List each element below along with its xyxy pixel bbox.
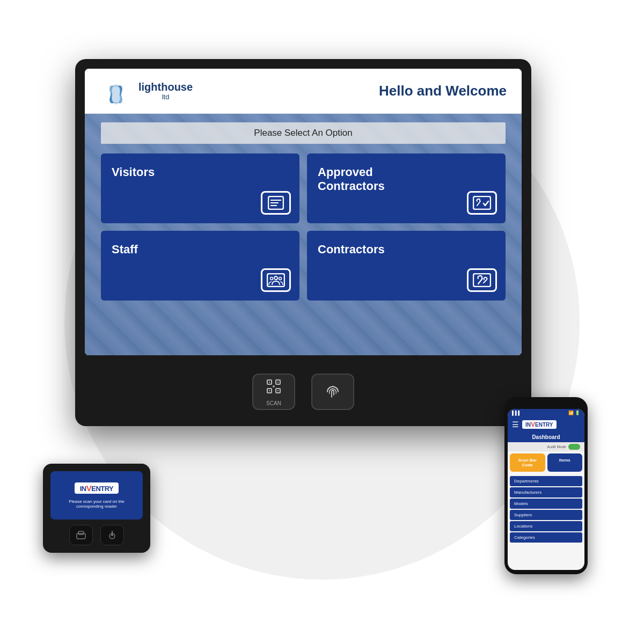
svg-rect-33 (277, 390, 279, 391)
monitor-screen: lighthouse ltd Hello and Welcome Please … (85, 69, 522, 355)
svg-rect-31 (277, 382, 279, 383)
logo-icon (100, 76, 132, 106)
card-reader-body: INVENTRY Please scan your card on the co… (43, 464, 150, 553)
card-reader-btn-2[interactable] (100, 525, 124, 545)
svg-point-11 (274, 276, 277, 280)
visitors-icon (261, 191, 291, 215)
phone-action-grid: Scan BarCode Items (508, 451, 584, 474)
phone-right-icons: 📶 🔋 (568, 411, 580, 415)
welcome-text: Hello and Welcome (379, 83, 507, 99)
screen-header: lighthouse ltd Hello and Welcome (85, 69, 522, 114)
phone-notch (533, 401, 560, 407)
menu-item-departments[interactable]: Departments (510, 476, 582, 486)
monitor-stand: SCAN (85, 355, 522, 420)
staff-icon (261, 268, 291, 292)
items-button[interactable]: Items (547, 453, 583, 472)
visitors-tile[interactable]: Visitors (101, 153, 299, 223)
items-label: Items (550, 458, 581, 463)
staff-tile[interactable]: Staff (101, 231, 299, 301)
monitor-base: SCAN (150, 367, 456, 420)
svg-rect-32 (269, 390, 270, 391)
svg-rect-37 (78, 531, 84, 535)
scene: lighthouse ltd Hello and Welcome Please … (27, 27, 617, 617)
screen-body: Please Select An Option Visitors (85, 114, 522, 355)
menu-item-locations[interactable]: Locations (510, 521, 582, 531)
visitors-label: Visitors (112, 165, 155, 179)
audit-mode-label: Audit Mode (547, 445, 566, 449)
mobile-phone: ▌▌▌ 📶 🔋 ☰ INVENTRY Dashboard (504, 397, 588, 574)
audit-toggle[interactable] (568, 444, 580, 450)
menu-item-models[interactable]: Models (510, 499, 582, 509)
scan-button[interactable]: SCAN (252, 374, 295, 410)
scan-barcode-label: Scan BarCode (512, 458, 543, 467)
monitor-neck (255, 355, 352, 367)
approved-contractors-icon (467, 191, 497, 215)
screen-content: Please Select An Option Visitors (85, 114, 522, 317)
logo-name: lighthouse (138, 81, 193, 93)
svg-point-12 (270, 277, 273, 280)
svg-rect-30 (269, 382, 270, 383)
options-grid: Visitors (101, 153, 506, 301)
contractors-tile[interactable]: Contractors (307, 231, 506, 301)
logo-subtitle: ltd (138, 93, 193, 101)
phone-status-bar: ▌▌▌ 📶 🔋 (508, 409, 584, 417)
card-reader-screen: INVENTRY Please scan your card on the co… (50, 471, 143, 519)
prompt-bar: Please Select An Option (101, 122, 506, 144)
contractors-label: Contractors (318, 243, 385, 257)
card-reader-btn-1[interactable] (69, 525, 93, 545)
menu-item-suppliers[interactable]: Suppliers (510, 510, 582, 520)
svg-point-13 (279, 277, 282, 280)
monitor: lighthouse ltd Hello and Welcome Please … (75, 59, 531, 426)
audit-mode-bar: Audit Mode (508, 442, 584, 451)
scan-label: SCAN (266, 400, 281, 406)
logo-area: lighthouse ltd (100, 76, 193, 106)
card-reader-message: Please scan your card on the correspondi… (55, 499, 138, 509)
scan-icon (265, 378, 282, 398)
staff-label: Staff (112, 243, 138, 257)
phone-body: ▌▌▌ 📶 🔋 ☰ INVENTRY Dashboard (504, 397, 588, 574)
hamburger-icon[interactable]: ☰ (512, 420, 519, 429)
monitor-body: lighthouse ltd Hello and Welcome Please … (75, 59, 531, 426)
scan-barcode-button[interactable]: Scan BarCode (510, 453, 545, 472)
approved-contractors-tile[interactable]: ApprovedContractors (307, 153, 506, 223)
phone-menu-items: Departments Manufacturers Models Supplie… (508, 474, 584, 545)
logo-text-block: lighthouse ltd (138, 81, 193, 101)
svg-point-39 (111, 534, 113, 536)
menu-item-categories[interactable]: Categories (510, 532, 582, 543)
phone-app-header: ☰ INVENTRY (508, 417, 584, 432)
phone-signal-icons: ▌▌▌ (512, 411, 521, 415)
menu-item-manufacturers[interactable]: Manufacturers (510, 487, 582, 497)
card-reader-buttons (50, 525, 143, 545)
contractors-icon (467, 268, 497, 292)
phone-brand: INVENTRY (522, 420, 557, 429)
phone-screen: ▌▌▌ 📶 🔋 ☰ INVENTRY Dashboard (508, 409, 584, 570)
phone-dashboard-title: Dashboard (508, 432, 584, 442)
card-reader-brand: INVENTRY (75, 482, 119, 494)
approved-contractors-label: ApprovedContractors (318, 165, 385, 194)
card-reader: INVENTRY Please scan your card on the co… (43, 464, 150, 553)
tap-button[interactable] (311, 374, 354, 410)
svg-rect-10 (267, 274, 284, 287)
